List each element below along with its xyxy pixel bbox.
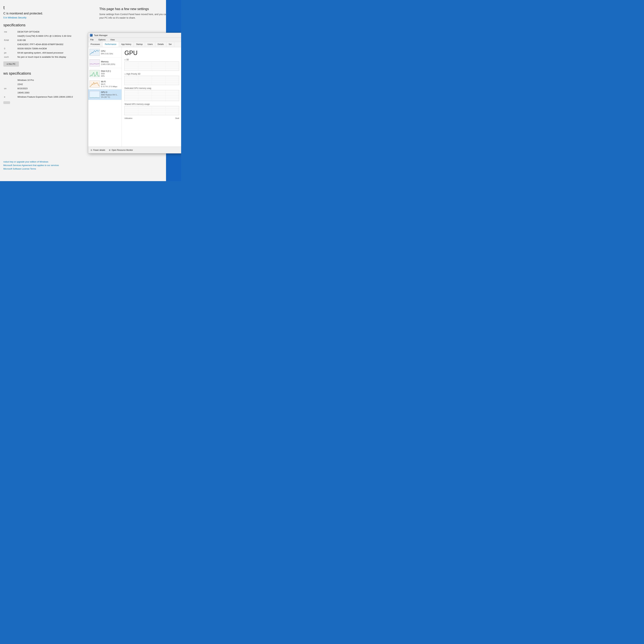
gpu-model: AMD Radeon RX 5...: [101, 94, 120, 96]
device-name-value: DESKTOP-OFTO4D8: [17, 30, 86, 34]
task-manager-body: CPU 64% 3.61 GHz Memory 2.6/8.0 GB (32%): [88, 47, 181, 147]
disk-sidebar-info: Disk 0 (C:) SSD 44%: [101, 70, 120, 77]
memory-sidebar-info: Memory 2.6/8.0 GB (32%): [101, 61, 120, 65]
device-id-label: [3, 42, 17, 46]
install-date-value: 8/15/2023: [17, 86, 86, 91]
panel-title: t: [3, 5, 86, 10]
table-row: 19045.3393: [3, 91, 86, 95]
table-row: RAM 8.00 GB: [3, 38, 86, 42]
fewer-details-button[interactable]: ⊙ Fewer details: [90, 149, 105, 151]
gpu-3d-graph: [124, 62, 179, 71]
menu-options[interactable]: Options: [97, 38, 106, 41]
gpu-dedicated-mem-title: Dedicated GPU memory usag: [124, 87, 179, 89]
gpu-3d-title: ∨ 3D: [124, 59, 179, 61]
cpu-sidebar-info: CPU 64% 3.61 GHz: [101, 50, 120, 55]
chevron-icon: ∨: [124, 59, 126, 61]
svg-rect-0: [90, 49, 99, 56]
wifi-speed: S: 0.7 R: 27.5 Mbps: [101, 86, 120, 88]
tab-details[interactable]: Details: [155, 42, 166, 47]
disk-label: Disk 0 (C:): [101, 70, 120, 72]
license-terms-link[interactable]: Microsoft Software License Terms: [3, 168, 84, 170]
wifi-label: Wi-Fi: [101, 81, 120, 83]
sidebar-item-disk[interactable]: Disk 0 (C:) SSD 44%: [88, 68, 122, 79]
svg-rect-4: [90, 91, 99, 98]
copy-btn[interactable]: [3, 101, 10, 104]
menu-view[interactable]: View: [109, 38, 116, 41]
sidebar-item-wifi[interactable]: Wi-Fi Wi-Fi S: 0.7 R: 27.5 Mbps: [88, 79, 122, 89]
gpu-hp3d-label: High Priority 3D: [126, 73, 140, 75]
table-row: pe 64-bit operating system, x64-based pr…: [3, 51, 86, 55]
windows-spec-table: Windows 10 Pro 22H2 on 8/15/2023 19045.3…: [3, 78, 86, 99]
task-manager-menu: File Options View: [88, 38, 181, 42]
experience-label: e: [3, 95, 17, 99]
processor-value: Intel(R) Core(TM) i5-6600 CPU @ 3.30GHz …: [17, 34, 86, 38]
product-key-link[interactable]: roduct key or upgrade your edition of Wi…: [3, 160, 84, 163]
tab-services[interactable]: Ser: [166, 42, 174, 47]
table-row: E4E423DC-7FF7-4D4A-B530-9786FF364302: [3, 42, 86, 46]
os-build-label: [3, 91, 17, 95]
table-row: on 8/15/2023: [3, 86, 86, 91]
memory-mini-graph: [90, 59, 100, 66]
tm-performance-sidebar: CPU 64% 3.61 GHz Memory 2.6/8.0 GB (32%): [88, 47, 122, 147]
disk-sub: SSD: [101, 73, 120, 75]
svg-rect-1: [90, 60, 99, 66]
services-agreement-link[interactable]: Microsoft Services Agreement that applie…: [3, 164, 84, 167]
sidebar-item-cpu[interactable]: CPU 64% 3.61 GHz: [88, 47, 122, 58]
task-manager-title: Task Manager: [94, 34, 108, 37]
gpu-usage: 1% (32 °C): [101, 96, 120, 98]
new-settings-title: This page has a few new settings: [99, 7, 176, 11]
gpu-label: GPU 0: [101, 91, 120, 93]
ram-value: 8.00 GB: [17, 38, 86, 42]
experience-value: Windows Feature Experience Pack 1000.190…: [17, 95, 86, 99]
task-manager-tabs: Processes Performance App history Startu…: [88, 42, 181, 47]
menu-file[interactable]: File: [89, 38, 95, 41]
tab-performance[interactable]: Performance: [102, 42, 119, 47]
wifi-sub: Wi-Fi: [101, 83, 120, 85]
open-resource-monitor-label: Open Resource Monitor: [112, 149, 133, 151]
device-id-value: E4E423DC-7FF7-4D4A-B530-9786FF364302: [17, 42, 86, 46]
system-type-label: pe: [3, 51, 17, 55]
open-resource-monitor-button[interactable]: ⊘ Open Resource Monitor: [109, 149, 133, 151]
table-row: Intel(R) Core(TM) i5-6600 CPU @ 3.30GHz …: [3, 34, 86, 38]
utilization-label: Utilization: [124, 117, 132, 119]
new-settings-desc: Some settings from Control Panel have mo…: [99, 13, 176, 20]
gpu-title: GPU: [124, 49, 179, 57]
os-build-value: 19045.3393: [17, 91, 86, 95]
sidebar-item-gpu[interactable]: GPU 0 AMD Radeon RX 5... 1% (32 °C): [88, 89, 122, 100]
gpu-dedicated-mem-graph: [124, 90, 179, 101]
processor-label: [3, 34, 17, 38]
tab-processes[interactable]: Processes: [88, 42, 102, 47]
task-manager-icon: [90, 34, 93, 37]
product-id-value: 00330-50029-72699-AAOEM: [17, 46, 86, 51]
spec-table: me DESKTOP-OFTO4D8 Intel(R) Core(TM) i5-…: [3, 30, 86, 59]
cpu-mini-graph: [90, 49, 100, 56]
windows-security-link[interactable]: 5 in Windows Security: [3, 16, 86, 19]
disk-mini-graph: [90, 70, 100, 77]
sidebar-item-memory[interactable]: Memory 2.6/8.0 GB (32%): [88, 58, 122, 68]
device-specs-title: specifications: [3, 23, 86, 27]
gpu-3d-section: ∨ 3D: [124, 59, 179, 71]
device-name-label: me: [3, 30, 17, 34]
gpu-hp3d-graph: [124, 76, 179, 85]
tab-startup[interactable]: Startup: [134, 42, 145, 47]
rename-pc-button[interactable]: e this PC: [3, 61, 19, 67]
fewer-details-label: Fewer details: [93, 149, 105, 151]
table-row: Windows 10 Pro: [3, 78, 86, 82]
gpu-shared-mem-section: Shared GPU memory usage: [124, 103, 179, 115]
wifi-sidebar-info: Wi-Fi Wi-Fi S: 0.7 R: 27.5 Mbps: [101, 81, 120, 88]
chevron-up-icon: ⊙: [90, 149, 93, 151]
disk-usage: 44%: [101, 75, 120, 77]
gpu-hp3d-title: ∨ High Priority 3D: [124, 73, 179, 75]
gpu-3d-label: 3D: [126, 59, 129, 61]
cpu-usage: 64% 3.61 GHz: [101, 53, 120, 55]
memory-usage: 2.6/8.0 GB (32%): [101, 63, 120, 65]
gpu-bottom-labels: Utilization Dedi: [124, 117, 179, 119]
protected-text: C is monitored and protected.: [3, 12, 86, 15]
task-manager-titlebar: Task Manager: [88, 33, 181, 38]
table-row: ouch No pen or touch input is available …: [3, 55, 86, 59]
tab-users[interactable]: Users: [145, 42, 155, 47]
pen-touch-label: ouch: [3, 55, 17, 59]
version-label: [3, 82, 17, 86]
dedi-label: Dedi: [175, 117, 179, 119]
tab-app-history[interactable]: App history: [119, 42, 134, 47]
